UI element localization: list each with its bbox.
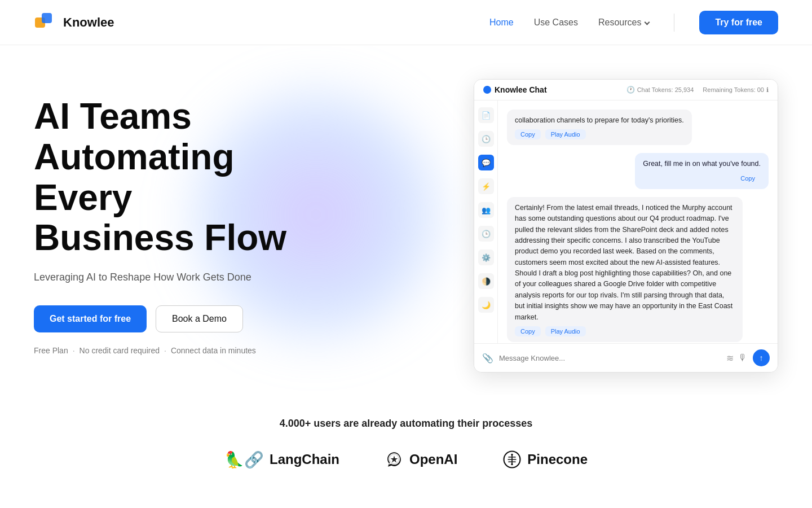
logo-pinecone: Pinecone [502,450,588,469]
msg-2-text: Great, fill me in on what you've found. [643,160,761,168]
chat-body: 📄 🕒 💬 ⚡ 👥 🕒 ⚙️ 🌗 🌙 collaboration channel… [474,100,778,343]
sidebar-icon-clock2[interactable]: 🕒 [478,226,494,242]
svg-point-4 [511,463,513,465]
sidebar-icon-moon[interactable]: 🌙 [478,297,494,313]
logos-heading: 4.000+ users are already automating thei… [34,418,778,430]
nav-divider [674,14,674,32]
send-button[interactable]: ↑ [753,349,770,366]
msg-1-copy[interactable]: Copy [515,129,541,139]
chat-status-icon [483,86,491,94]
nav-resources-label: Resources [598,17,641,28]
langchain-label: LangChain [270,452,339,467]
nav-links: Home Use Cases Resources Try for free [489,11,778,34]
svg-point-3 [511,454,513,456]
hero-buttons: Get started for free Book a Demo [34,305,338,332]
logo-openai: OpenAI [385,450,457,469]
nav-use-cases[interactable]: Use Cases [534,17,578,28]
sidebar-icon-gear[interactable]: ⚙️ [478,249,494,265]
msg-3-copy[interactable]: Copy [515,326,541,336]
openai-icon [385,450,404,469]
hero-subtitle: Leveraging AI to Reshape How Work Gets D… [34,270,338,285]
chat-message-1: collaboration channels to prepare for to… [507,110,692,145]
pinecone-icon [502,450,522,469]
langchain-emoji: 🦜🔗 [224,450,264,469]
msg-2-actions: Copy [643,173,761,183]
hero-meta-connect: Connect data in minutes [171,346,256,355]
logo-icon [34,11,58,34]
msg-3-play-audio[interactable]: Play Audio [545,326,586,336]
chat-preview: Knowlee Chat 🕐 Chat Tokens: 25,934 Remai… [474,79,778,373]
chat-input-bar: 📎 ≋ 🎙 ↑ [474,343,778,372]
logo-langchain: 🦜🔗 LangChain [224,450,339,469]
hero-title-line3: Business Flow [34,217,286,258]
sidebar-icon-doc[interactable]: 📄 [478,107,494,123]
msg-1-play-audio[interactable]: Play Audio [545,129,586,139]
svg-rect-1 [42,13,52,23]
chat-message-3: Certainly! From the latest email threads… [507,197,743,342]
chat-window: Knowlee Chat 🕐 Chat Tokens: 25,934 Remai… [474,79,778,373]
chat-header: Knowlee Chat 🕐 Chat Tokens: 25,934 Remai… [474,80,778,100]
microphone-icon[interactable]: 🎙 [738,353,747,363]
chat-messages: collaboration channels to prepare for to… [498,100,778,343]
chat-sidebar: 📄 🕒 💬 ⚡ 👥 🕒 ⚙️ 🌗 🌙 [474,100,498,343]
get-started-button[interactable]: Get started for free [34,305,147,332]
book-demo-button[interactable]: Book a Demo [156,305,243,332]
logo-text: Knowlee [63,15,114,30]
hero-title-line2: Automating Every [34,137,235,218]
msg-1-text: collaboration channels to prepare for to… [515,116,684,124]
hero-meta-free-plan: Free Plan [34,346,68,355]
logos-row: 🦜🔗 LangChain OpenAI Pinecone [34,450,778,469]
hero-section: AI Teams Automating Every Business Flow … [0,45,812,395]
logo[interactable]: Knowlee [34,11,114,34]
navbar: Knowlee Home Use Cases Resources Try for… [0,0,812,45]
hero-title: AI Teams Automating Every Business Flow [34,97,338,259]
clock-icon: 🕐 [626,86,635,94]
sidebar-icon-bolt[interactable]: ⚡ [478,178,494,194]
sidebar-icon-chat[interactable]: 💬 [478,155,494,170]
waveform-icon[interactable]: ≋ [726,353,734,364]
openai-label: OpenAI [409,452,457,467]
remaining-tokens: Remaining Tokens: 00 ℹ [703,86,769,94]
hero-title-line1: AI Teams [34,96,192,137]
try-for-free-button[interactable]: Try for free [699,11,778,34]
info-icon: ℹ [766,86,769,94]
nav-resources[interactable]: Resources [598,17,649,28]
msg-3-actions: Copy Play Audio [515,326,735,336]
logos-section: 4.000+ users are already automating thei… [0,395,812,486]
nav-home[interactable]: Home [489,17,514,28]
chat-tokens: 🕐 Chat Tokens: 25,934 Remaining Tokens: … [626,86,769,94]
hero-meta-no-cc: No credit card required [80,346,160,355]
msg-3-text: Certainly! From the latest email threads… [515,204,732,321]
msg-1-actions: Copy Play Audio [515,129,684,139]
chat-title-text: Knowlee Chat [495,85,547,94]
chevron-down-icon [645,20,650,25]
attachment-icon[interactable]: 📎 [482,353,493,364]
chat-input-icons: ≋ 🎙 [726,353,747,364]
pinecone-label: Pinecone [527,452,588,467]
sidebar-icon-clock[interactable]: 🕒 [478,131,494,147]
msg-2-copy[interactable]: Copy [735,173,761,183]
chat-title: Knowlee Chat [483,85,547,94]
chat-message-2: Great, fill me in on what you've found. … [635,153,769,189]
hero-meta: Free Plan · No credit card required · Co… [34,346,338,355]
sidebar-icon-theme[interactable]: 🌗 [478,273,494,289]
chat-input-field[interactable] [499,354,721,362]
chat-tokens-count: 🕐 Chat Tokens: 25,934 [626,86,694,94]
sidebar-icon-users[interactable]: 👥 [478,202,494,218]
hero-content: AI Teams Automating Every Business Flow … [34,97,338,355]
